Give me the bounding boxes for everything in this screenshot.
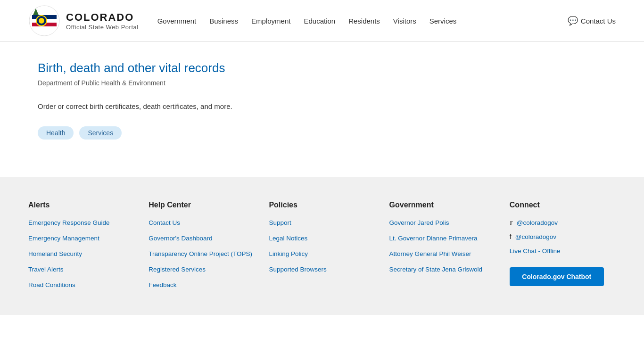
footer-link-support[interactable]: Support <box>269 219 375 228</box>
footer-link-emergency-guide[interactable]: Emergency Response Guide <box>28 219 134 228</box>
tag-health[interactable]: Health <box>38 126 74 140</box>
footer-col-government: Government Governor Jared Polis Lt. Gove… <box>389 201 495 296</box>
footer-policies-title: Policies <box>269 201 375 209</box>
logo-text: COLORADO Official State Web Portal <box>66 11 139 31</box>
footer-col-policies: Policies Support Legal Notices Linking P… <box>269 201 375 296</box>
footer-link-ag[interactable]: Attorney General Phil Weiser <box>389 250 495 259</box>
logo-title: COLORADO <box>66 11 139 24</box>
footer-link-homeland[interactable]: Homeland Security <box>28 250 134 259</box>
footer-link-governor-dashboard[interactable]: Governor's Dashboard <box>149 234 255 243</box>
nav-visitors[interactable]: Visitors <box>393 17 416 25</box>
twitter-handle: @coloradogov <box>517 219 558 226</box>
facebook-icon: f <box>510 233 512 240</box>
main-nav: Government Business Employment Education… <box>157 17 568 25</box>
logo-subtitle: Official State Web Portal <box>66 24 139 31</box>
nav-services[interactable]: Services <box>429 17 457 25</box>
nav-business[interactable]: Business <box>209 17 238 25</box>
footer-grid: Alerts Emergency Response Guide Emergenc… <box>28 201 616 296</box>
footer-link-governor[interactable]: Governor Jared Polis <box>389 219 495 228</box>
footer-connect-title: Connect <box>510 201 616 209</box>
tag-list: Health Services <box>38 126 387 140</box>
footer-link-feedback[interactable]: Feedback <box>149 281 255 290</box>
footer-col-connect: Connect 𝕣 @coloradogov f @coloradogov Li… <box>510 201 616 296</box>
nav-education[interactable]: Education <box>304 17 335 25</box>
footer-link-browsers[interactable]: Supported Browsers <box>269 265 375 274</box>
footer-link-travel[interactable]: Travel Alerts <box>28 265 134 274</box>
nav-residents[interactable]: Residents <box>348 17 380 25</box>
comment-icon: 💬 <box>568 16 578 26</box>
contact-us-label: Contact Us <box>581 17 616 25</box>
footer-link-twitter[interactable]: 𝕣 @coloradogov <box>510 219 616 226</box>
logo-link[interactable]: COLORADO Official State Web Portal <box>28 5 139 37</box>
page-description: Order or correct birth certificates, dea… <box>38 101 387 112</box>
footer-col-alerts: Alerts Emergency Response Guide Emergenc… <box>28 201 134 296</box>
colorado-logo-icon <box>28 5 60 37</box>
twitter-icon: 𝕣 <box>510 219 513 226</box>
tag-services[interactable]: Services <box>79 126 122 140</box>
footer-helpcenter-title: Help Center <box>149 201 255 209</box>
main-content: Birth, death and other vital records Dep… <box>0 42 424 177</box>
nav-government[interactable]: Government <box>157 17 197 25</box>
footer-link-tops[interactable]: Transparency Online Project (TOPS) <box>149 250 255 259</box>
footer-government-title: Government <box>389 201 495 209</box>
facebook-handle: @coloradogov <box>515 233 556 240</box>
contact-us-link[interactable]: 💬 Contact Us <box>568 16 616 26</box>
footer-link-contact[interactable]: Contact Us <box>149 219 255 228</box>
footer-link-legal[interactable]: Legal Notices <box>269 234 375 243</box>
nav-employment[interactable]: Employment <box>251 17 290 25</box>
footer-link-facebook[interactable]: f @coloradogov <box>510 233 616 240</box>
page-title: Birth, death and other vital records <box>38 61 387 75</box>
footer-link-emergency-mgmt[interactable]: Emergency Management <box>28 234 134 243</box>
chatbot-button[interactable]: Colorado.gov Chatbot <box>510 267 604 286</box>
footer-link-road[interactable]: Road Conditions <box>28 281 134 290</box>
footer-link-linking[interactable]: Linking Policy <box>269 250 375 259</box>
site-footer: Alerts Emergency Response Guide Emergenc… <box>0 177 644 315</box>
footer-col-helpcenter: Help Center Contact Us Governor's Dashbo… <box>149 201 255 296</box>
department-name: Department of Public Health & Environmen… <box>38 79 387 87</box>
footer-link-sos[interactable]: Secretary of State Jena Griswold <box>389 265 495 274</box>
footer-alerts-title: Alerts <box>28 201 134 209</box>
footer-link-lt-governor[interactable]: Lt. Governor Dianne Primavera <box>389 234 495 243</box>
footer-link-registered[interactable]: Registered Services <box>149 265 255 274</box>
site-header: COLORADO Official State Web Portal Gover… <box>0 0 644 42</box>
footer-link-livechat[interactable]: Live Chat - Offline <box>510 247 616 256</box>
